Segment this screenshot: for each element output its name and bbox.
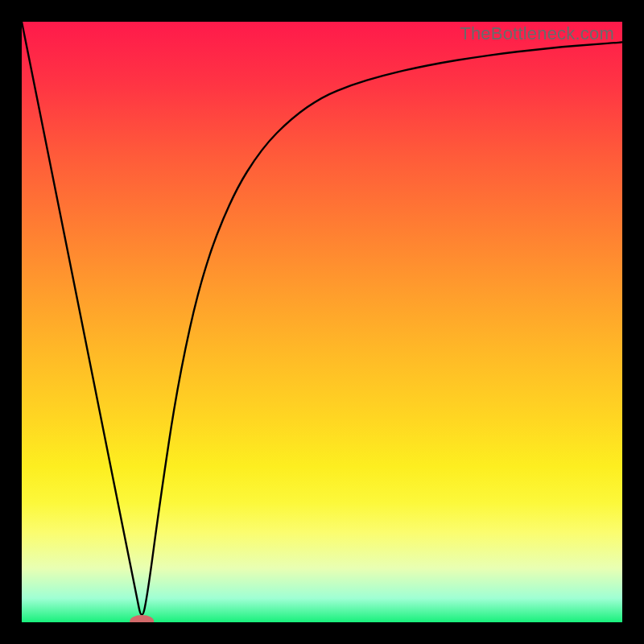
curve-layer <box>22 22 622 622</box>
plot-area: TheBottleneck.com <box>22 22 622 622</box>
chart-frame: TheBottleneck.com <box>0 0 644 644</box>
bottleneck-curve-path <box>22 22 622 615</box>
optimum-marker <box>130 615 154 622</box>
